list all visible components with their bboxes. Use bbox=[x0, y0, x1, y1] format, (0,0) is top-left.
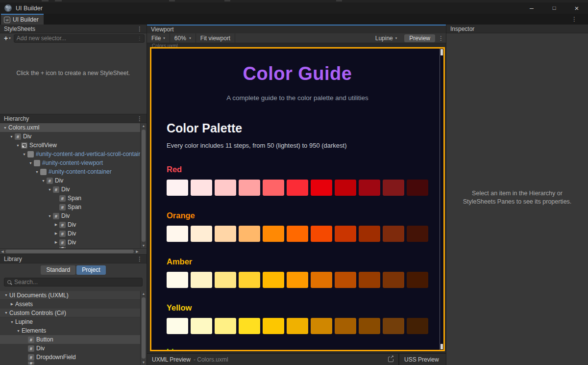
scrollbar-thumb[interactable] bbox=[142, 297, 146, 359]
expander-icon[interactable] bbox=[8, 135, 15, 138]
hierarchy-item[interactable]: Span bbox=[0, 203, 147, 211]
expander-icon[interactable] bbox=[15, 329, 22, 333]
tab-standard[interactable]: Standard bbox=[41, 265, 75, 275]
color-swatch bbox=[215, 226, 236, 242]
uss-preview-pane[interactable]: USS Preview bbox=[399, 354, 446, 365]
inspector-title: Inspector bbox=[450, 26, 474, 32]
tab-strip: ui UI Builder ⋮ bbox=[0, 14, 588, 25]
scroll-up-icon[interactable]: ▲ bbox=[141, 124, 147, 128]
expander-icon[interactable] bbox=[9, 320, 15, 324]
scrollbar-thumb[interactable] bbox=[5, 250, 134, 253]
scroll-right-icon[interactable]: ▶ bbox=[135, 249, 140, 254]
expander-icon[interactable] bbox=[53, 232, 59, 235]
tab-project[interactable]: Project bbox=[76, 265, 105, 275]
hierarchy-item[interactable]: #unity-content-viewport bbox=[0, 158, 147, 167]
close-button[interactable]: × bbox=[565, 2, 588, 14]
expander-icon[interactable] bbox=[9, 302, 15, 306]
library-category-uxml[interactable]: UI Documents (UXML) bbox=[0, 291, 147, 300]
uxml-preview-label: UXML Preview bbox=[152, 356, 191, 363]
library-header: Library ⋮ bbox=[0, 255, 147, 263]
chevron-down-icon: ▾ bbox=[189, 36, 191, 40]
scrollbar-corner bbox=[441, 344, 443, 349]
library-category-custom-controls[interactable]: Custom Controls (C#) bbox=[0, 309, 147, 317]
scrollbar-thumb[interactable] bbox=[142, 130, 146, 242]
theme-dropdown[interactable]: Lupine ▾ bbox=[371, 35, 402, 42]
expander-icon[interactable] bbox=[3, 293, 9, 297]
color-swatch bbox=[239, 272, 260, 288]
expander-icon[interactable] bbox=[53, 223, 59, 227]
hierarchy-item[interactable]: Div bbox=[0, 132, 147, 141]
preview-scrollbar[interactable] bbox=[440, 49, 443, 350]
library-vertical-scrollbar[interactable]: ▲ ▼ bbox=[140, 291, 147, 365]
expander-icon[interactable] bbox=[21, 153, 27, 156]
library-item-elements[interactable]: Elements bbox=[0, 326, 147, 335]
file-menu-button[interactable]: File ▾ bbox=[147, 33, 170, 43]
scroll-up-icon[interactable]: ▲ bbox=[141, 292, 147, 295]
add-stylesheet-button[interactable]: + ▾ bbox=[2, 34, 14, 42]
library-menu-icon[interactable]: ⋮ bbox=[137, 256, 143, 262]
hierarchy-item-root[interactable]: Colors.uxml bbox=[0, 123, 147, 132]
library-item-button[interactable]: Button bbox=[0, 335, 147, 344]
fit-viewport-button[interactable]: Fit viewport bbox=[196, 33, 235, 43]
scroll-down-icon[interactable]: ▼ bbox=[141, 361, 147, 364]
maximize-button[interactable]: □ bbox=[543, 2, 565, 14]
doc-title: Color Guide bbox=[151, 63, 443, 84]
ui-builder-icon: ui bbox=[4, 17, 10, 23]
uxml-preview-pane[interactable]: UXML Preview - Colors.uxml bbox=[147, 354, 399, 365]
preview-toggle-button[interactable]: Preview bbox=[404, 34, 435, 42]
selector-field-menu-icon[interactable]: ⋮ bbox=[137, 36, 142, 41]
search-icon bbox=[7, 280, 12, 285]
scroll-left-icon[interactable]: ◀ bbox=[0, 249, 5, 254]
library-item-lupine[interactable]: Lupine bbox=[0, 317, 147, 326]
expander-icon[interactable] bbox=[47, 214, 53, 218]
expander-icon[interactable] bbox=[2, 126, 8, 130]
open-external-icon[interactable] bbox=[388, 357, 393, 362]
library-item-assets[interactable]: Assets bbox=[0, 300, 147, 309]
tab-ui-builder[interactable]: ui UI Builder bbox=[1, 14, 44, 25]
color-swatch bbox=[167, 180, 188, 196]
hierarchy-menu-icon[interactable]: ⋮ bbox=[137, 115, 143, 122]
hierarchy-item[interactable]: Div bbox=[0, 185, 147, 194]
hierarchy-item[interactable]: Div bbox=[0, 238, 147, 247]
stylesheets-menu-icon[interactable]: ⋮ bbox=[137, 26, 143, 32]
hierarchy-item[interactable]: ScrollView bbox=[0, 141, 147, 150]
color-swatch bbox=[359, 180, 380, 196]
hierarchy-horizontal-scrollbar[interactable]: ◀ ▶ bbox=[0, 248, 147, 254]
expander-icon[interactable] bbox=[3, 311, 9, 314]
expander-icon[interactable] bbox=[40, 179, 47, 182]
color-swatch bbox=[215, 318, 236, 334]
element-icon bbox=[59, 195, 66, 202]
element-icon bbox=[28, 345, 34, 352]
hierarchy-item[interactable]: #unity-content-container bbox=[0, 167, 147, 176]
canvas-frame[interactable]: Color Guide A complete guide to the colo… bbox=[150, 47, 445, 351]
hierarchy-item[interactable]: Div bbox=[0, 211, 147, 220]
hierarchy-item[interactable]: Div bbox=[0, 220, 147, 229]
hierarchy-item[interactable]: #unity-content-and-vertical-scroll-conta… bbox=[0, 150, 147, 158]
minimize-button[interactable]: – bbox=[520, 2, 543, 14]
expander-icon[interactable] bbox=[47, 188, 53, 191]
color-swatch bbox=[191, 318, 212, 334]
hierarchy-vertical-scrollbar[interactable]: ▲ ▼ bbox=[140, 123, 147, 248]
hierarchy-item[interactable]: Span bbox=[0, 194, 147, 203]
hierarchy-item[interactable]: Div bbox=[0, 176, 147, 185]
scroll-down-icon[interactable]: ▼ bbox=[141, 244, 147, 247]
color-swatch bbox=[287, 318, 308, 334]
add-selector-input[interactable]: Add new selector... ⋮ bbox=[14, 34, 145, 43]
zoom-dropdown[interactable]: 60% ▾ bbox=[170, 33, 196, 43]
library-item-clipped[interactable] bbox=[0, 362, 147, 365]
scrollbar-thumb[interactable] bbox=[441, 49, 443, 55]
library-item-div[interactable]: Div bbox=[0, 344, 147, 353]
library-item-dropdownfield[interactable]: DropdownField bbox=[0, 353, 147, 362]
tabbar-menu-icon[interactable]: ⋮ bbox=[571, 16, 577, 23]
library-search-input[interactable]: Search... bbox=[4, 278, 143, 287]
expander-icon[interactable] bbox=[15, 144, 21, 147]
search-placeholder: Search... bbox=[14, 279, 38, 286]
hierarchy-item[interactable]: Div bbox=[0, 229, 147, 238]
expander-icon[interactable] bbox=[53, 240, 59, 244]
viewport-menu-icon[interactable]: ⋮ bbox=[438, 35, 444, 42]
expander-icon[interactable] bbox=[34, 170, 40, 174]
viewport-canvas-area[interactable]: Colors.uxml Color Guide A complete guide… bbox=[147, 43, 446, 353]
expander-icon[interactable] bbox=[27, 161, 34, 165]
document-preview[interactable]: Color Guide A complete guide to the colo… bbox=[151, 49, 443, 350]
element-icon bbox=[59, 222, 66, 228]
